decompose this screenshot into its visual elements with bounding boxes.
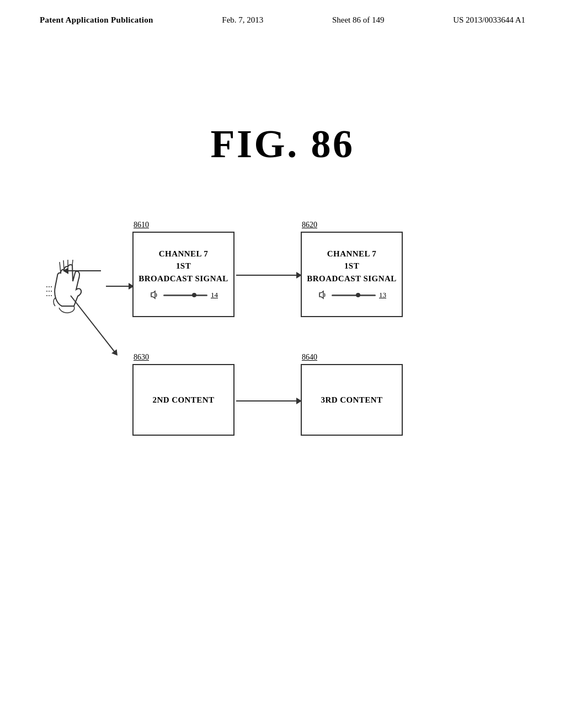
- diagram-area: 8610 CHANNEL 7 1ST BROADCAST SIGNAL 14 8…: [0, 215, 565, 557]
- volume-icon: [149, 289, 161, 301]
- arrow-box3-to-box4: [236, 400, 301, 402]
- box-8640-label: 8640: [302, 353, 317, 362]
- box-8640: 8640 3RD CONTENT: [301, 364, 403, 436]
- header-publication-label: Patent Application Publication: [40, 15, 153, 25]
- box-8630-label: 8630: [134, 353, 149, 362]
- volume-icon-2: [317, 289, 329, 301]
- svg-point-7: [151, 295, 152, 296]
- slider-value-8610: 14: [211, 291, 218, 299]
- slider-thumb-8620: [356, 293, 360, 297]
- header-sheet: Sheet 86 of 149: [332, 15, 385, 25]
- svg-point-8: [319, 295, 320, 296]
- slider-thumb-8610: [192, 293, 196, 297]
- box-8610-content: CHANNEL 7 1ST BROADCAST SIGNAL: [138, 248, 228, 285]
- box-8620-label: 8620: [302, 221, 317, 229]
- arrow-box1-to-box2: [236, 275, 301, 276]
- svg-line-3: [72, 260, 73, 265]
- box-8620-content: CHANNEL 7 1ST BROADCAST SIGNAL: [307, 248, 396, 285]
- arrow-hand-to-box1: [106, 286, 134, 287]
- slider-value-8620: 13: [379, 291, 386, 299]
- box-8630-content: 2ND CONTENT: [152, 394, 214, 406]
- hand-gesture-icon: [45, 259, 95, 320]
- slider-track-8610: [163, 295, 207, 296]
- box-8620-slider: 13: [317, 289, 386, 301]
- box-8640-content: 3RD CONTENT: [321, 394, 382, 406]
- box-8610: 8610 CHANNEL 7 1ST BROADCAST SIGNAL 14: [132, 232, 234, 317]
- slider-track-8620: [332, 295, 376, 296]
- box-8630: 8630 2ND CONTENT: [132, 364, 234, 436]
- figure-title: FIG. 86: [0, 121, 565, 167]
- box-8620: 8620 CHANNEL 7 1ST BROADCAST SIGNAL 13: [301, 232, 403, 317]
- svg-line-0: [60, 262, 61, 273]
- box-8610-label: 8610: [134, 221, 149, 229]
- header-date: Feb. 7, 2013: [222, 15, 263, 25]
- box-8610-slider: 14: [149, 289, 218, 301]
- page-header: Patent Application Publication Feb. 7, 2…: [0, 15, 565, 25]
- header-patent: US 2013/0033644 A1: [453, 15, 525, 25]
- arrow-left-back: [63, 270, 101, 271]
